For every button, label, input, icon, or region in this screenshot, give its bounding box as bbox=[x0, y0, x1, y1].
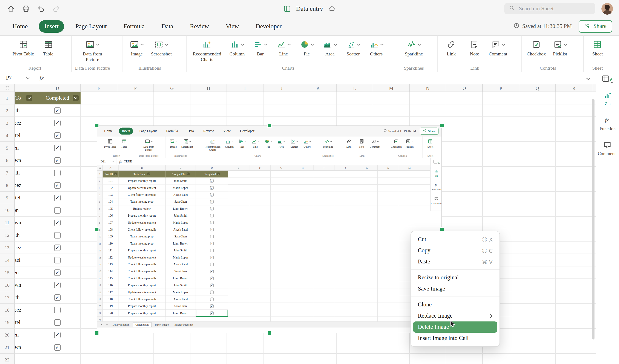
checkbox-cell[interactable] bbox=[54, 219, 61, 226]
resize-handle-middle-right[interactable] bbox=[440, 227, 444, 231]
mini-button-sheet[interactable]: Sheet bbox=[424, 138, 436, 149]
tab-data[interactable]: Data bbox=[156, 20, 179, 32]
cell-c4[interactable]: Akash Patel bbox=[15, 129, 34, 142]
row-header-6[interactable]: 6 bbox=[0, 154, 15, 167]
cell-d4[interactable] bbox=[34, 129, 81, 142]
sidebar-item-comments[interactable]: Comments bbox=[598, 136, 617, 161]
checkbox-cell[interactable] bbox=[54, 332, 61, 338]
cell-c14[interactable]: Akash Patel bbox=[15, 254, 34, 266]
button-data-from-picture[interactable]: Data from Picture bbox=[74, 38, 111, 63]
column-header-q[interactable]: Q bbox=[519, 84, 556, 92]
button-picklist[interactable]: Picklist bbox=[549, 38, 571, 57]
row-header-3[interactable]: 3 bbox=[0, 117, 15, 129]
cell-d9[interactable] bbox=[34, 192, 81, 204]
filter-icon[interactable] bbox=[73, 95, 79, 101]
column-header-o[interactable]: O bbox=[446, 84, 483, 92]
cell-d1[interactable]: Completed bbox=[34, 92, 81, 104]
print-button[interactable] bbox=[20, 3, 31, 14]
column-header-m[interactable]: M bbox=[373, 84, 410, 92]
cell-c17[interactable]: John Smith bbox=[15, 291, 34, 304]
cell-c8[interactable]: Maria Lopez bbox=[15, 179, 34, 192]
button-column[interactable]: Column bbox=[226, 38, 248, 57]
embedded-screenshot-image[interactable]: HomeInsertPage LayoutFormulaDataReviewVi… bbox=[97, 126, 442, 333]
checkbox-cell[interactable] bbox=[54, 157, 61, 164]
column-header-r[interactable]: R bbox=[556, 84, 592, 92]
mini-button-pie[interactable]: Pie bbox=[262, 138, 274, 149]
mini-button-comment[interactable]: Comment bbox=[369, 138, 381, 149]
checkbox-cell[interactable] bbox=[54, 232, 61, 238]
filter-icon[interactable] bbox=[217, 173, 220, 175]
cell-d18[interactable] bbox=[34, 304, 81, 316]
cell-d12[interactable] bbox=[34, 229, 81, 241]
cell-c12[interactable]: John Smith bbox=[15, 229, 34, 241]
row-header-8[interactable]: 8 bbox=[0, 179, 15, 192]
cell-d11[interactable] bbox=[34, 217, 81, 229]
button-sheet[interactable]: Sheet bbox=[586, 38, 609, 57]
resize-handle-bottom-center[interactable] bbox=[267, 331, 271, 335]
button-comment[interactable]: Comment bbox=[487, 38, 510, 57]
mini-tab-view[interactable]: View bbox=[220, 128, 234, 135]
cell-c7[interactable]: John Smith bbox=[15, 167, 34, 179]
tab-insert[interactable]: Insert bbox=[39, 20, 64, 32]
checkbox-cell[interactable] bbox=[54, 307, 61, 313]
button-pie[interactable]: Pie bbox=[295, 38, 318, 57]
row-header-19[interactable]: 19 bbox=[0, 316, 15, 329]
search-input[interactable] bbox=[518, 5, 591, 13]
checkbox-cell[interactable] bbox=[54, 182, 61, 188]
mini-button-recommended-charts[interactable]: Recommended Charts bbox=[202, 138, 223, 152]
vertical-scrollbar[interactable] bbox=[592, 99, 594, 339]
cell-d10[interactable] bbox=[34, 204, 81, 217]
button-line[interactable]: Line bbox=[272, 38, 295, 57]
sidebar-item-zia[interactable]: Zia bbox=[603, 86, 612, 111]
row-header-2[interactable]: 2 bbox=[0, 104, 15, 117]
button-recommended-charts[interactable]: Recommended Charts bbox=[189, 38, 225, 63]
grid-corner[interactable] bbox=[0, 84, 15, 92]
mini-button-scatter[interactable]: Scatter bbox=[288, 138, 300, 149]
button-link[interactable]: Link bbox=[440, 38, 463, 57]
row-header-7[interactable]: 7 bbox=[0, 167, 15, 179]
row-header-18[interactable]: 18 bbox=[0, 304, 15, 316]
button-checkbox[interactable]: Checkbox bbox=[525, 38, 548, 57]
cell-c21[interactable]: Liam Brown bbox=[15, 341, 34, 354]
row-header-16[interactable]: 16 bbox=[0, 279, 15, 291]
column-header-f[interactable]: F bbox=[117, 84, 154, 92]
cell-c15[interactable]: Sara Chen bbox=[15, 266, 34, 279]
row-header-1[interactable]: 1 bbox=[0, 92, 15, 104]
tab-review[interactable]: Review bbox=[184, 20, 215, 32]
user-avatar[interactable] bbox=[601, 3, 613, 14]
mini-button-pivot-table[interactable]: Pivot Table bbox=[103, 138, 117, 149]
cell-d8[interactable] bbox=[34, 179, 81, 192]
cell-d16[interactable] bbox=[34, 279, 81, 291]
cell-d21[interactable] bbox=[34, 341, 81, 354]
context-item-cut[interactable]: Cut⌘ X bbox=[411, 234, 500, 245]
cell-c3[interactable]: Maria Lopez bbox=[15, 117, 34, 129]
resize-handle-top-left[interactable] bbox=[95, 124, 98, 127]
row-header-22[interactable]: 22 bbox=[0, 354, 15, 364]
context-item-clone[interactable]: Clone bbox=[411, 299, 500, 310]
mini-tab-formula[interactable]: Formula bbox=[163, 128, 181, 135]
mini-button-data-from-picture[interactable]: Data from Picture bbox=[139, 138, 159, 152]
button-scatter[interactable]: Scatter bbox=[342, 38, 364, 57]
resize-handle-top-right[interactable] bbox=[440, 124, 444, 127]
row-header-14[interactable]: 14 bbox=[0, 254, 15, 266]
cell-d13[interactable] bbox=[34, 241, 81, 254]
mini-tab-developer[interactable]: Developer bbox=[237, 128, 257, 135]
context-item-resize-to-original[interactable]: Resize to original bbox=[411, 272, 500, 283]
context-item-insert-image-into-cell[interactable]: Insert Image into Cell bbox=[411, 333, 500, 344]
cell-d7[interactable] bbox=[34, 167, 81, 179]
cell-d15[interactable] bbox=[34, 266, 81, 279]
button-pivot-table[interactable]: Pivot Table bbox=[10, 38, 36, 57]
cell-d22[interactable] bbox=[34, 354, 81, 364]
row-header-10[interactable]: 10 bbox=[0, 204, 15, 217]
column-header-k[interactable]: K bbox=[300, 84, 337, 92]
mini-button-column[interactable]: Column bbox=[223, 138, 236, 149]
column-header-partial[interactable] bbox=[15, 84, 34, 92]
cell-c22[interactable] bbox=[15, 354, 34, 364]
mini-tab-page-layout[interactable]: Page Layout bbox=[136, 128, 160, 135]
checkbox-cell[interactable] bbox=[54, 282, 61, 288]
row-header-5[interactable]: 5 bbox=[0, 142, 15, 154]
filter-icon[interactable] bbox=[114, 173, 117, 175]
row-header-20[interactable]: 20 bbox=[0, 329, 15, 341]
row-header-12[interactable]: 12 bbox=[0, 229, 15, 241]
row-header-9[interactable]: 9 bbox=[0, 192, 15, 204]
